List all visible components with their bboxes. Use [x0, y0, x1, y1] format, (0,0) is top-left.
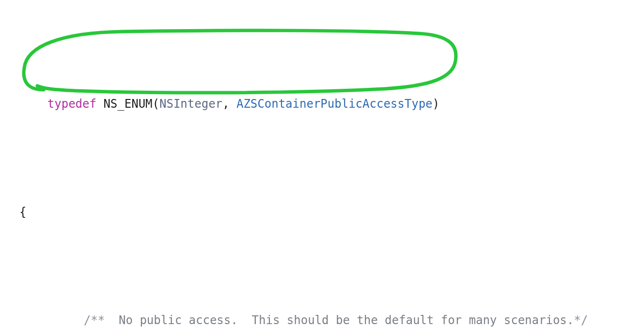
token-enum: AZSContainerPublicAccessType	[236, 97, 433, 111]
comment-close: */	[574, 313, 588, 327]
comment-open: /**	[84, 313, 112, 327]
token-brace: {	[19, 205, 26, 219]
token-fn: NS_ENUM	[103, 97, 152, 111]
token-paren: )	[433, 97, 440, 111]
token-type: NSInteger	[159, 97, 222, 111]
comment-text: No public access. This should be the def…	[112, 313, 574, 327]
code-line: {	[5, 203, 644, 221]
code-line: typedef NS_ENUM(NSInteger, AZSContainerP…	[5, 77, 644, 131]
token-paren: (	[153, 97, 159, 111]
code-editor[interactable]: typedef NS_ENUM(NSInteger, AZSContainerP…	[0, 0, 644, 328]
token-comma: ,	[222, 97, 236, 111]
token-keyword: typedef	[47, 97, 96, 111]
code-line: /** No public access. This should be the…	[5, 294, 644, 328]
